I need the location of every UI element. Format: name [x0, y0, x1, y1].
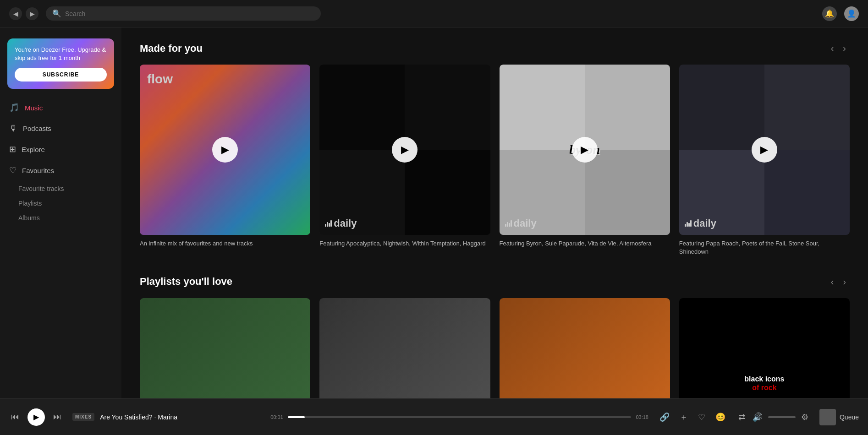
sidebar-item-explore-label: Explore [22, 146, 45, 153]
search-input[interactable] [65, 10, 314, 17]
sidebar-item-music[interactable]: 🎵 Music [0, 98, 121, 117]
sidebar-item-playlists[interactable]: Playlists [9, 196, 121, 210]
daily3-card-image: daily ▶ [679, 65, 850, 235]
flow-play-button[interactable]: ▶ [212, 137, 238, 163]
grid-icon: ⊞ [9, 144, 16, 154]
sidebar-item-favourites[interactable]: ♡ Favourites [0, 161, 121, 180]
queue-button[interactable]: Queue [819, 409, 859, 425]
favourites-sub-items: Favourite tracks Playlists Albums [0, 182, 121, 225]
flow-play-overlay: ▶ [140, 65, 310, 235]
playlist-3-artwork [500, 298, 670, 398]
bell-icon[interactable]: 🔔 [822, 6, 837, 21]
playlist-1-artwork [140, 298, 310, 398]
promo-text: You're on Deezer Free. Upgrade & skip ad… [15, 46, 107, 62]
daily2-play-overlay: ▶ [500, 65, 670, 235]
playlist-card-1[interactable] [140, 298, 310, 398]
add-button[interactable]: ＋ [678, 410, 690, 424]
mixes-badge: MIXES [72, 413, 94, 421]
topbar: ◀ ▶ 🔍 🔔 👤 [0, 0, 868, 27]
progress-area: 00:01 03:18 [270, 414, 648, 420]
flow-card-image: flow ▶ [140, 65, 310, 235]
sidebar-item-favourite-tracks[interactable]: Favourite tracks [9, 182, 121, 196]
play-pause-button[interactable]: ▶ [27, 408, 45, 426]
sidebar-item-music-label: Music [25, 104, 43, 112]
equalizer-button[interactable]: ⚙ [799, 410, 810, 424]
flow-card[interactable]: flow ▶ An infinite mix of favourites and… [140, 65, 310, 256]
playlists-header: Playlists you'll love ‹ › [140, 275, 850, 289]
volume-bar[interactable] [768, 416, 796, 418]
sidebar-item-podcasts[interactable]: 🎙 Podcasts [0, 119, 121, 138]
daily1-play-button[interactable]: ▶ [392, 137, 418, 163]
emoji-button[interactable]: 😊 [714, 410, 727, 424]
made-for-you-cards: flow ▶ An infinite mix of favourites and… [140, 65, 850, 256]
playlists-prev[interactable]: ‹ [827, 275, 838, 289]
sidebar: You're on Deezer Free. Upgrade & skip ad… [0, 27, 121, 398]
daily3-card[interactable]: daily ▶ Featuring Papa Roach, Poets of t… [679, 65, 850, 256]
shuffle-button[interactable]: ⇄ [736, 410, 747, 424]
sidebar-item-podcasts-label: Podcasts [23, 125, 51, 132]
daily3-play-button[interactable]: ▶ [752, 137, 777, 163]
main-layout: You're on Deezer Free. Upgrade & skip ad… [0, 27, 868, 398]
forward-button[interactable]: ▶ [26, 7, 38, 20]
playlists-nav: ‹ › [827, 275, 850, 289]
playlist-cards: black iconsof rock [140, 298, 850, 398]
playlist-card-3-img [500, 298, 670, 398]
player-controls: ⏮ ▶ ⏭ [9, 408, 63, 426]
flow-card-description: An infinite mix of favourites and new tr… [140, 239, 310, 248]
volume-icon[interactable]: 🔊 [751, 410, 764, 424]
playlist-card-4[interactable]: black iconsof rock [679, 298, 850, 398]
made-for-you-next[interactable]: › [839, 41, 850, 55]
playlist-2-artwork [319, 298, 490, 398]
subscribe-button[interactable]: SUBSCRIBE [15, 68, 107, 82]
daily1-card-image: daily ▶ [319, 65, 490, 235]
content: Made for you ‹ › flow ▶ An infinite mix … [121, 27, 868, 398]
skip-forward-button[interactable]: ⏭ [51, 410, 63, 424]
music-icon: 🎵 [9, 103, 19, 113]
like-button[interactable]: ♡ [696, 410, 707, 424]
sidebar-item-favourites-label: Favourites [22, 167, 54, 174]
daily3-play-overlay: ▶ [679, 65, 850, 235]
daily2-card-image: byron daily ▶ [500, 65, 670, 235]
daily1-description: Featuring Apocalyptica, Nightwish, Withi… [319, 239, 490, 248]
playlists-next[interactable]: › [839, 275, 850, 289]
playlist-card-1-img [140, 298, 310, 398]
queue-thumb [819, 409, 836, 425]
skip-back-button[interactable]: ⏮ [9, 410, 21, 424]
queue-label: Queue [840, 413, 859, 421]
made-for-you-prev[interactable]: ‹ [827, 41, 838, 55]
back-button[interactable]: ◀ [9, 7, 22, 20]
progress-bar[interactable] [288, 416, 632, 418]
playlist-card-2-img [319, 298, 490, 398]
playlist-4-artwork: black iconsof rock [679, 298, 850, 398]
heart-icon: ♡ [9, 165, 16, 175]
microphone-icon: 🎙 [9, 124, 17, 133]
promo-card: You're on Deezer Free. Upgrade & skip ad… [7, 38, 114, 89]
daily1-play-overlay: ▶ [319, 65, 490, 235]
link-button[interactable]: 🔗 [658, 410, 671, 424]
daily3-description: Featuring Papa Roach, Poets of the Fall,… [679, 239, 850, 256]
track-name: Are You Satisfied? · Marina [100, 413, 177, 421]
sidebar-item-albums[interactable]: Albums [9, 211, 121, 225]
daily2-card[interactable]: byron daily ▶ Feat [500, 65, 670, 256]
daily1-card[interactable]: daily ▶ Featuring Apocalyptica, Nightwis… [319, 65, 490, 256]
progress-fill [288, 416, 305, 418]
time-total: 03:18 [636, 414, 648, 420]
player-track-info: MIXES Are You Satisfied? · Marina [72, 413, 261, 421]
playlist-card-3[interactable] [500, 298, 670, 398]
time-current: 00:01 [270, 414, 283, 420]
sidebar-item-explore[interactable]: ⊞ Explore [0, 140, 121, 159]
player-actions: 🔗 ＋ ♡ 😊 [658, 410, 727, 424]
daily2-play-button[interactable]: ▶ [572, 137, 598, 163]
player-bar: ⏮ ▶ ⏭ MIXES Are You Satisfied? · Marina … [0, 398, 868, 435]
playlist-4-text: black iconsof rock [744, 375, 784, 392]
made-for-you-title: Made for you [140, 43, 203, 54]
nav-arrows: ◀ ▶ [9, 7, 38, 20]
daily2-description: Featuring Byron, Suie Paparude, Vita de … [500, 239, 670, 248]
playlist-card-4-img: black iconsof rock [679, 298, 850, 398]
playlists-title: Playlists you'll love [140, 276, 232, 288]
made-for-you-header: Made for you ‹ › [140, 41, 850, 55]
playlist-card-2[interactable] [319, 298, 490, 398]
avatar[interactable]: 👤 [844, 6, 859, 21]
search-box[interactable]: 🔍 [46, 6, 321, 21]
made-for-you-nav: ‹ › [827, 41, 850, 55]
